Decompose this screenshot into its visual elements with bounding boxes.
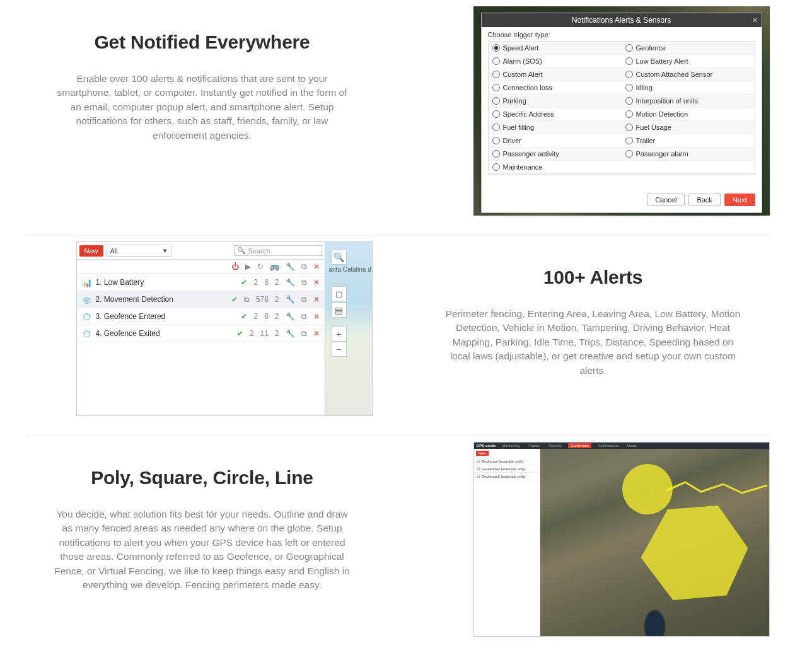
count-2: 11 xyxy=(260,329,268,338)
geo-map[interactable] xyxy=(540,449,769,636)
tab-monitoring[interactable]: Monitoring xyxy=(499,443,522,448)
trigger-option[interactable]: Motion Detection xyxy=(622,108,755,121)
section-1-title: Get Notified Everywhere xyxy=(51,32,354,53)
trigger-option[interactable]: Geofence xyxy=(622,42,755,55)
row-name: 1. Low Battery xyxy=(96,278,238,287)
new-button[interactable]: New xyxy=(79,245,103,257)
close-icon[interactable]: × xyxy=(752,15,757,25)
logo: GPS cords xyxy=(477,444,496,448)
refresh-icon[interactable]: ↻ xyxy=(257,262,264,271)
geo-item[interactable]: ☑Geofence3 (example only) xyxy=(474,473,540,480)
delete-icon[interactable]: ✕ xyxy=(313,295,320,304)
tab-geofences[interactable]: Geofences xyxy=(568,443,591,448)
alerts-panel: New All ▾ 🔍 Search ⏻ ▶ ↻ xyxy=(76,241,373,416)
trigger-option[interactable]: Passenger activity xyxy=(489,148,622,161)
geo-item[interactable]: ☑Geofence (example only) xyxy=(474,458,540,465)
tab-reports[interactable]: Reports xyxy=(546,443,564,448)
tab-tracks[interactable]: Tracks xyxy=(526,443,542,448)
section-3-image: GPS cords Monitoring Tracks Reports Geof… xyxy=(473,442,770,637)
vehicle-icon[interactable]: 🚌 xyxy=(270,262,279,271)
copy-icon[interactable]: ⧉ xyxy=(301,312,307,321)
radio-icon xyxy=(625,71,633,78)
delete-icon[interactable]: ✕ xyxy=(313,329,320,338)
radio-icon xyxy=(625,84,633,91)
wrench-icon[interactable]: 🔧 xyxy=(286,312,295,321)
trigger-option[interactable]: Custom Attached Sensor xyxy=(622,68,755,81)
row-name: 2. Movement Detection xyxy=(96,295,228,304)
tab-notifications[interactable]: Notifications xyxy=(595,443,621,448)
radio-icon xyxy=(492,124,500,131)
trigger-option[interactable]: Specific Address xyxy=(489,108,622,121)
trigger-option[interactable]: Low Battery Alert xyxy=(622,55,755,68)
trigger-label: Connection loss xyxy=(503,84,552,91)
radio-icon xyxy=(625,44,633,52)
tab-users[interactable]: Users xyxy=(625,443,640,448)
section-1-text: Get Notified Everywhere Enable over 100 … xyxy=(26,6,354,142)
trigger-option[interactable]: Speed Alert xyxy=(489,42,622,55)
alert-row[interactable]: ⬠3. Geofence Entered✔282🔧⧉✕ xyxy=(77,308,325,325)
radio-icon xyxy=(492,163,500,171)
delete-icon[interactable]: ✕ xyxy=(313,312,320,321)
trigger-option[interactable]: Passenger alarm xyxy=(622,148,755,161)
wrench-icon[interactable]: 🔧 xyxy=(286,278,295,287)
search-icon: 🔍 xyxy=(237,246,246,255)
radio-icon xyxy=(492,71,500,78)
trigger-option[interactable]: Custom Alert xyxy=(489,68,622,81)
geo-new-button[interactable]: New xyxy=(476,451,489,456)
radio-icon xyxy=(625,124,633,131)
trigger-option[interactable]: Connection loss xyxy=(489,81,622,95)
radio-icon xyxy=(625,97,633,105)
trigger-option[interactable]: Idling xyxy=(622,81,755,95)
cancel-button[interactable]: Cancel xyxy=(647,194,685,206)
radio-icon xyxy=(625,110,633,118)
wrench-icon[interactable]: 🔧 xyxy=(286,329,295,338)
zoom-out-button[interactable]: − xyxy=(332,342,347,357)
geofence-polygon xyxy=(641,506,748,600)
delete-icon[interactable]: ✕ xyxy=(313,262,320,271)
next-button[interactable]: Next xyxy=(724,194,755,206)
wrench-icon[interactable]: 🔧 xyxy=(286,262,295,271)
delete-icon[interactable]: ✕ xyxy=(313,278,320,287)
count-1: 2 xyxy=(253,278,258,287)
wrench-icon[interactable]: 🔧 xyxy=(286,295,295,304)
map-draw-icon[interactable]: ◻ xyxy=(332,286,347,301)
check-icon: ✔ xyxy=(241,312,247,321)
map-layers-icon[interactable]: ▤ xyxy=(332,303,347,318)
filter-dropdown[interactable]: All ▾ xyxy=(106,245,171,257)
trigger-label: Alarm (SOS) xyxy=(503,57,542,65)
trigger-option[interactable]: Alarm (SOS) xyxy=(489,55,622,68)
check-icon: ✔ xyxy=(241,278,247,287)
geo-sidebar: New ☑Geofence (example only) ☑Geofence2 … xyxy=(474,449,540,636)
map-search-icon[interactable]: 🔍 xyxy=(332,250,347,265)
count-2: 8 xyxy=(264,312,269,321)
trigger-option[interactable]: Parking xyxy=(489,95,622,108)
copy-icon[interactable]: ⧉ xyxy=(301,295,307,304)
zoom-in-button[interactable]: + xyxy=(332,327,347,342)
play-icon[interactable]: ▶ xyxy=(245,262,251,271)
trigger-option[interactable]: Interposition of units xyxy=(622,95,755,108)
copy-icon[interactable]: ⧉ xyxy=(301,278,307,287)
count-3: 2 xyxy=(275,329,279,338)
alert-row[interactable]: ◎2. Movement Detection✔⧉5782🔧⧉✕ xyxy=(77,291,325,308)
map-sliver: 🔍 anta Catalina d ◻ ▤ + − xyxy=(325,242,372,415)
alert-row[interactable]: 📊1. Low Battery✔262🔧⧉✕ xyxy=(77,274,325,291)
alert-row[interactable]: ⬠4. Geofence Exited✔2112🔧⧉✕ xyxy=(77,325,325,342)
copy-icon[interactable]: ⧉ xyxy=(301,262,307,271)
trigger-option[interactable]: Maintenance xyxy=(489,161,622,174)
section-notified: Get Notified Everywhere Enable over 100 … xyxy=(26,0,770,235)
section-alerts: New All ▾ 🔍 Search ⏻ ▶ ↻ xyxy=(26,235,770,436)
copy-icon[interactable]: ⧉ xyxy=(301,329,307,338)
radio-icon xyxy=(492,84,500,91)
row-type-icon: ⬠ xyxy=(82,328,92,339)
trigger-option[interactable]: Driver xyxy=(489,134,622,148)
back-button[interactable]: Back xyxy=(688,194,720,206)
trigger-option[interactable]: Fuel Usage xyxy=(622,121,755,134)
dialog-titlebar: Notifications Alerts & Sensors × xyxy=(482,13,762,27)
trigger-option[interactable]: Fuel filling xyxy=(489,121,622,134)
search-input[interactable]: 🔍 Search xyxy=(234,245,322,256)
power-icon[interactable]: ⏻ xyxy=(231,262,239,271)
geo-item[interactable]: ☑Geofence2 (example only) xyxy=(474,465,540,473)
extra-icon: ⧉ xyxy=(244,295,250,304)
trigger-label: Maintenance xyxy=(503,163,543,171)
trigger-option[interactable]: Trailer xyxy=(622,134,755,148)
